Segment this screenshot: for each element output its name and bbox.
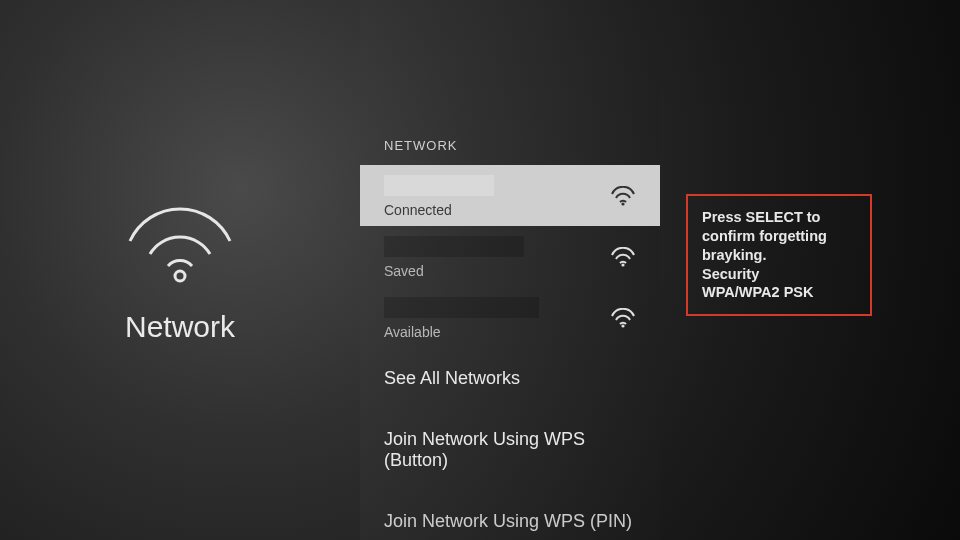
network-row-connected[interactable]: Connected bbox=[360, 165, 660, 226]
section-header: NETWORK bbox=[360, 138, 660, 165]
network-status: Connected bbox=[384, 202, 636, 218]
wifi-signal-icon bbox=[610, 186, 636, 206]
network-status: Available bbox=[384, 324, 636, 340]
wifi-signal-icon bbox=[610, 308, 636, 328]
forget-network-prompt: Press SELECT to confirm forgetting brayk… bbox=[686, 194, 872, 316]
ssid-redacted bbox=[384, 236, 524, 257]
wifi-icon bbox=[120, 196, 240, 286]
svg-point-3 bbox=[621, 324, 624, 327]
left-pane: Network bbox=[0, 0, 360, 540]
prompt-text: Press SELECT to confirm forgetting brayk… bbox=[702, 208, 856, 265]
security-label: Security bbox=[702, 265, 856, 284]
network-row-available[interactable]: Available bbox=[360, 287, 660, 348]
wifi-signal-icon bbox=[610, 247, 636, 267]
security-value: WPA/WPA2 PSK bbox=[702, 283, 856, 302]
network-row-saved[interactable]: Saved bbox=[360, 226, 660, 287]
see-all-networks[interactable]: See All Networks bbox=[360, 348, 660, 409]
ssid-redacted bbox=[384, 297, 539, 318]
svg-point-2 bbox=[621, 263, 624, 266]
page-title: Network bbox=[125, 310, 235, 344]
network-status: Saved bbox=[384, 263, 636, 279]
detail-pane: Press SELECT to confirm forgetting brayk… bbox=[660, 0, 960, 540]
network-list-pane: NETWORK Connected Saved Available S bbox=[360, 0, 660, 540]
svg-point-0 bbox=[175, 271, 185, 281]
join-wps-pin[interactable]: Join Network Using WPS (PIN) bbox=[360, 491, 660, 532]
svg-point-1 bbox=[621, 202, 624, 205]
ssid-redacted bbox=[384, 175, 494, 196]
join-wps-button[interactable]: Join Network Using WPS (Button) bbox=[360, 409, 660, 491]
